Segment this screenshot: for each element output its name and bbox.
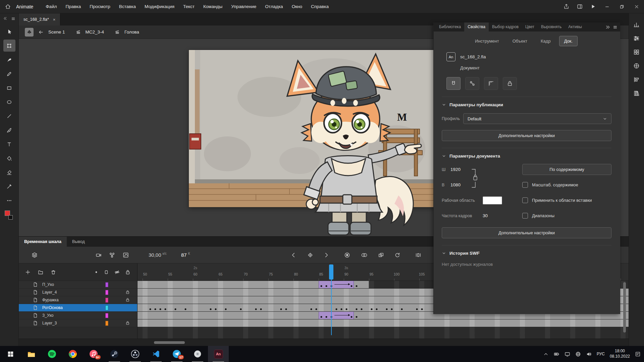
taskbar-app-animate[interactable]: An (208, 346, 229, 362)
taskbar-app-obs[interactable] (125, 346, 146, 362)
props-tab-1[interactable]: Свойства (464, 22, 489, 32)
menu-item-8[interactable]: Отладка (261, 0, 287, 13)
tool-free-transform[interactable] (3, 40, 15, 52)
match-contents-button[interactable]: По содержимому (522, 164, 611, 175)
snap-to-objects-button[interactable] (465, 77, 479, 90)
back-arrow-icon[interactable] (38, 29, 44, 35)
add-camera-button[interactable] (93, 249, 104, 261)
layer-lock-icon[interactable] (125, 321, 130, 325)
grid-panel-icon[interactable] (633, 49, 640, 55)
next-frame-button[interactable] (321, 249, 332, 261)
playhead-marker[interactable] (329, 264, 333, 280)
layer-lock-icon[interactable] (125, 298, 130, 302)
checkbox-icon[interactable] (522, 182, 528, 188)
checkbox-icon[interactable] (522, 197, 528, 203)
tool-oval[interactable] (3, 96, 15, 108)
network-icon[interactable] (565, 351, 570, 357)
add-folder-button[interactable] (36, 268, 45, 277)
workspace-button[interactable] (573, 0, 586, 13)
visibility-toggle[interactable] (113, 268, 121, 277)
parenting-view-button[interactable] (106, 249, 118, 261)
layer-row-П_Ухо[interactable]: П_Ухо (19, 281, 137, 289)
layer-row-З_Ухо[interactable]: З_Ухо (19, 312, 137, 319)
tool-paint-bucket[interactable] (3, 152, 15, 164)
layer-locked-indicator[interactable] (125, 290, 130, 294)
layer-row-Фуражка[interactable]: Фуражка (19, 296, 137, 304)
menu-item-9[interactable]: Окно (287, 0, 307, 13)
outline-view-toggle[interactable] (102, 268, 111, 277)
layer-color-chip[interactable] (105, 313, 108, 318)
tool-fluid-brush[interactable] (3, 54, 15, 66)
tool-classic-brush[interactable] (3, 124, 15, 136)
menu-item-4[interactable]: Модификация (140, 0, 179, 13)
minimize-button[interactable] (600, 0, 614, 13)
taskbar-app-steam[interactable] (104, 346, 125, 362)
restore-button[interactable] (614, 0, 629, 13)
keyboard-language[interactable]: РУС (597, 352, 605, 356)
tool-selection[interactable] (3, 25, 15, 38)
collapse-panel-icon[interactable] (3, 16, 7, 20)
layer-row-РотОснова[interactable]: РотОснова (19, 304, 137, 312)
fps-display[interactable]: 30,00 к/с (149, 249, 167, 261)
library-panel-icon[interactable] (633, 90, 640, 97)
menu-item-10[interactable]: Справка (307, 0, 333, 13)
checkbox-icon[interactable] (522, 213, 528, 219)
share-button[interactable] (559, 0, 573, 13)
menu-item-7[interactable]: Управление (227, 0, 261, 13)
panel-menu-icon[interactable] (11, 16, 15, 21)
delete-layer-button[interactable] (49, 268, 58, 277)
layer-row-Layer_3[interactable]: Layer_3 (19, 319, 137, 327)
timeline-horizontal-scrollbar[interactable] (19, 339, 629, 346)
ranges-option[interactable]: Диапазоны (522, 210, 611, 221)
clock[interactable]: 18:00 08.10.2022 (610, 349, 630, 359)
breadcrumb-symbol-1[interactable]: МС2_3-4 (86, 29, 104, 35)
timeline-tab-1[interactable]: Вывод (67, 237, 90, 247)
tool-line[interactable] (3, 110, 15, 122)
document-fps-field[interactable]: 30 (483, 213, 488, 218)
graph-editor-button[interactable] (120, 249, 131, 261)
edit-scene-button[interactable] (25, 28, 34, 37)
document-tab[interactable]: sc_168_2.fla* × (19, 13, 60, 25)
stage-color-swatch[interactable] (483, 196, 502, 204)
menu-item-5[interactable]: Текст (179, 0, 199, 13)
timeline-tab-0[interactable]: Временная шкала (19, 237, 67, 247)
highlight-layers-toggle[interactable] (92, 268, 101, 277)
snap-magnet-button[interactable] (446, 77, 461, 90)
taskbar-app-start[interactable] (0, 346, 21, 362)
publish-settings-button[interactable]: Дополнительные настройки (442, 130, 611, 141)
profile-select[interactable]: Default (463, 113, 611, 124)
scale-content-option[interactable]: Масштаб. содержимое (522, 179, 611, 190)
menu-item-3[interactable]: Вставка (115, 0, 140, 13)
edit-multiple-frames-button[interactable] (375, 249, 387, 261)
props-subtab-2[interactable]: Кадр (536, 36, 556, 46)
lock-toggle[interactable] (123, 268, 132, 277)
taskbar-app-chrome[interactable] (62, 346, 83, 362)
layer-lock-icon[interactable] (125, 290, 130, 294)
props-subtab-0[interactable]: Инструмент (470, 36, 504, 46)
stage-width-field[interactable]: 1920 (450, 167, 461, 172)
link-dimensions-icon[interactable] (471, 168, 478, 189)
props-tab-4[interactable]: Выровнять (538, 22, 565, 32)
tab-close-icon[interactable]: × (53, 17, 56, 22)
tool-more[interactable] (3, 194, 15, 206)
tool-rectangle[interactable] (3, 82, 15, 94)
insert-keyframe-button[interactable] (305, 249, 316, 261)
props-tab-5[interactable]: Активы (565, 22, 585, 32)
add-layer-button[interactable] (23, 268, 32, 277)
globe-icon[interactable] (575, 351, 581, 357)
current-frame-display[interactable]: 87 К (181, 249, 190, 261)
volume-icon[interactable] (586, 351, 592, 357)
tool-eyedropper[interactable] (3, 180, 15, 192)
layer-color-chip[interactable] (105, 290, 108, 295)
lock-guides-button[interactable] (503, 77, 517, 90)
stage-height-field[interactable]: 1080 (450, 182, 461, 187)
test-movie-button[interactable] (586, 0, 600, 13)
color-panel-icon[interactable] (633, 63, 640, 69)
layer-locked-indicator[interactable] (125, 321, 130, 325)
home-button[interactable] (0, 0, 15, 13)
swf-history-header[interactable]: История SWF (442, 251, 611, 256)
track-row-Layer_3[interactable] (138, 319, 629, 327)
menu-item-0[interactable]: Файл (41, 0, 61, 13)
props-subtab-3[interactable]: Док. (559, 36, 578, 46)
layer-color-chip[interactable] (105, 298, 108, 303)
